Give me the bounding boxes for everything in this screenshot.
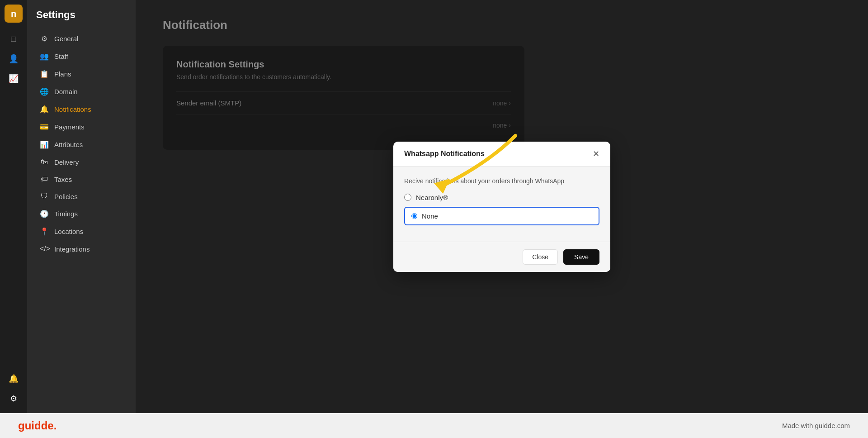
modal-close-button[interactable]: ✕ <box>593 150 599 158</box>
content-area: Notification Notification Settings Send … <box>136 0 868 413</box>
sidebar-label-delivery: Delivery <box>54 158 79 166</box>
sidebar-item-payments[interactable]: 💳 Payments <box>31 118 132 136</box>
payments-icon: 💳 <box>40 123 49 131</box>
modal-footer: Close Save <box>393 242 610 272</box>
sidebar-item-timings[interactable]: 🕐 Timings <box>31 205 132 223</box>
footer: guidde. Made with guidde.com <box>0 413 868 438</box>
icon-bar-notifications[interactable]: 🔔 <box>5 370 23 388</box>
sidebar-label-notifications: Notifications <box>54 105 91 113</box>
sidebar: Settings ⚙ General 👥 Staff 📋 Plans 🌐 Dom… <box>27 0 136 413</box>
orders-icon: □ <box>11 34 16 44</box>
sidebar-label-attributes: Attributes <box>54 141 83 148</box>
locations-icon: 📍 <box>40 227 49 236</box>
modal-overlay[interactable]: Whatsapp Notifications ✕ Recive notifica… <box>136 0 868 413</box>
sidebar-item-general[interactable]: ⚙ General <box>31 30 132 48</box>
save-button[interactable]: Save <box>563 249 599 265</box>
taxes-icon: 🏷 <box>40 175 49 183</box>
timings-icon: 🕐 <box>40 209 49 218</box>
modal-header: Whatsapp Notifications ✕ <box>393 142 610 167</box>
sidebar-label-payments: Payments <box>54 123 85 131</box>
radio-label-nearonly[interactable]: Nearonly® <box>416 194 448 201</box>
sidebar-item-delivery[interactable]: 🛍 Delivery <box>31 153 132 171</box>
plans-icon: 📋 <box>40 70 49 78</box>
staff-icon: 👥 <box>40 52 49 61</box>
sidebar-label-staff: Staff <box>54 52 68 60</box>
sidebar-label-general: General <box>54 35 78 43</box>
policies-icon: 🛡 <box>40 192 49 200</box>
sidebar-label-locations: Locations <box>54 228 83 235</box>
integrations-icon: </> <box>40 245 49 253</box>
footer-tagline: Made with guidde.com <box>782 422 850 429</box>
radio-option-nearonly[interactable]: Nearonly® <box>404 194 599 201</box>
modal-title: Whatsapp Notifications <box>404 150 485 158</box>
radio-none[interactable] <box>411 213 417 219</box>
sidebar-label-policies: Policies <box>54 193 78 200</box>
sidebar-label-domain: Domain <box>54 88 78 95</box>
sidebar-item-policies[interactable]: 🛡 Policies <box>31 188 132 205</box>
attributes-icon: 📊 <box>40 140 49 149</box>
sidebar-item-attributes[interactable]: 📊 Attributes <box>31 136 132 153</box>
general-icon: ⚙ <box>40 34 49 43</box>
whatsapp-modal: Whatsapp Notifications ✕ Recive notifica… <box>393 142 610 272</box>
sidebar-item-locations[interactable]: 📍 Locations <box>31 223 132 240</box>
domain-icon: 🌐 <box>40 87 49 96</box>
sidebar-item-notifications[interactable]: 🔔 Notifications <box>31 100 132 118</box>
sidebar-label-plans: Plans <box>54 70 71 78</box>
delivery-icon: 🛍 <box>40 158 49 166</box>
radio-nearonly[interactable] <box>404 194 411 201</box>
modal-description: Recive notifications about your orders t… <box>404 177 599 185</box>
icon-bar-orders[interactable]: □ <box>5 30 23 48</box>
sidebar-title: Settings <box>27 9 136 30</box>
sidebar-label-integrations: Integrations <box>54 245 90 253</box>
icon-bar-settings[interactable]: ⚙ <box>5 390 23 408</box>
footer-logo: guidde. <box>18 419 57 432</box>
logo-letter: n <box>11 9 16 19</box>
bell-icon: 🔔 <box>9 374 19 384</box>
sidebar-item-staff[interactable]: 👥 Staff <box>31 48 132 65</box>
sidebar-item-domain[interactable]: 🌐 Domain <box>31 83 132 100</box>
icon-bar: n □ 👤 📈 🔔 ⚙ <box>0 0 27 413</box>
settings-icon: ⚙ <box>10 394 17 404</box>
radio-label-none[interactable]: None <box>422 212 438 220</box>
sidebar-item-integrations[interactable]: </> Integrations <box>31 240 132 257</box>
sidebar-item-plans[interactable]: 📋 Plans <box>31 65 132 83</box>
notifications-icon: 🔔 <box>40 105 49 114</box>
sidebar-item-taxes[interactable]: 🏷 Taxes <box>31 171 132 188</box>
close-button[interactable]: Close <box>523 249 558 265</box>
modal-body: Recive notifications about your orders t… <box>393 167 610 242</box>
icon-bar-analytics[interactable]: 📈 <box>5 70 23 88</box>
people-icon: 👤 <box>9 54 19 64</box>
sidebar-label-timings: Timings <box>54 210 78 218</box>
icon-bar-people[interactable]: 👤 <box>5 50 23 68</box>
analytics-icon: 📈 <box>9 74 19 84</box>
radio-option-none-highlighted[interactable]: None <box>404 207 599 225</box>
sidebar-label-taxes: Taxes <box>54 176 72 183</box>
app-logo[interactable]: n <box>5 5 23 23</box>
